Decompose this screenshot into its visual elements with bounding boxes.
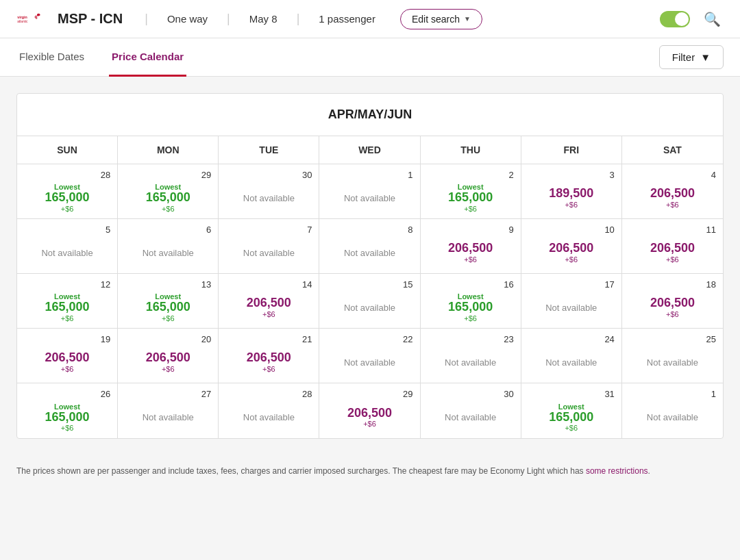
- price-tax: +$6: [262, 310, 275, 318]
- cell-content: Lowest165,000+$6: [428, 292, 514, 322]
- toggle-area: [660, 11, 690, 27]
- calendar-cell[interactable]: 29Lowest165,000+$6: [118, 164, 219, 219]
- footer-note-text: The prices shown are per passenger and i…: [16, 466, 586, 476]
- price-value: 206,500: [146, 351, 190, 365]
- price-value: 206,500: [549, 242, 593, 255]
- cell-content: 206,500+$6: [428, 238, 514, 268]
- calendar-cell[interactable]: 9206,500+$6: [421, 219, 521, 274]
- not-available-text: Not available: [24, 248, 110, 258]
- cell-date: 29: [403, 389, 412, 399]
- cell-content: Not available: [326, 183, 412, 213]
- travel-date: May 8: [241, 13, 286, 25]
- price-value: 165,000: [45, 301, 90, 314]
- calendar-cell: 7Not available: [219, 219, 319, 274]
- cell-date: 1: [408, 170, 412, 180]
- lowest-label: Lowest: [54, 403, 80, 411]
- tab-price-calendar[interactable]: Price Calendar: [109, 38, 186, 77]
- calendar-cell[interactable]: 10206,500+$6: [521, 219, 622, 274]
- calendar-cell[interactable]: 13Lowest165,000+$6: [118, 274, 219, 329]
- page-header: virgin atlantic MSP - ICN | One way | Ma…: [0, 0, 740, 38]
- cell-content: Not available: [326, 238, 412, 268]
- price-tax: +$6: [565, 255, 578, 264]
- price-tax: +$6: [363, 420, 376, 428]
- cell-content: 206,500+$6: [629, 183, 716, 213]
- not-available-text: Not available: [629, 357, 716, 368]
- calendar-cell[interactable]: 20206,500+$6: [118, 329, 219, 383]
- logo-area: virgin atlantic: [16, 7, 41, 31]
- cell-date: 30: [302, 170, 312, 180]
- filter-button[interactable]: Filter ▼: [659, 45, 724, 69]
- cell-date: 21: [302, 334, 312, 344]
- calendar-cell: 15Not available: [319, 274, 420, 329]
- calendar-cell[interactable]: 16Lowest165,000+$6: [421, 274, 521, 329]
- price-value: 189,500: [549, 187, 593, 201]
- calendar-cell[interactable]: 28Lowest165,000+$6: [17, 164, 118, 219]
- calendar-cell[interactable]: 12Lowest165,000+$6: [17, 274, 118, 329]
- tab-flexible-dates[interactable]: Flexible Dates: [16, 38, 87, 77]
- calendar-cell[interactable]: 29206,500+$6: [319, 383, 420, 438]
- price-value: 206,500: [347, 407, 392, 420]
- cell-date: 23: [504, 334, 513, 344]
- day-header-fri: FRI: [521, 136, 622, 164]
- cell-content: Not available: [629, 347, 716, 377]
- calendar-cell[interactable]: 4206,500+$6: [622, 164, 723, 219]
- toggle-switch[interactable]: [660, 11, 690, 27]
- price-tax: +$6: [61, 365, 74, 373]
- price-tax: +$6: [666, 310, 679, 318]
- price-tax: +$6: [61, 314, 74, 322]
- price-value: 206,500: [650, 187, 695, 201]
- cell-content: 206,500+$6: [125, 347, 211, 377]
- day-header-wed: WED: [319, 136, 420, 164]
- price-tax: +$6: [61, 205, 74, 213]
- cell-date: 9: [508, 225, 513, 235]
- calendar-cell: 30Not available: [421, 383, 521, 438]
- cell-date: 15: [403, 279, 412, 290]
- calendar-cell[interactable]: 26Lowest165,000+$6: [17, 383, 118, 438]
- calendar-cell: 6Not available: [118, 219, 219, 274]
- chevron-down-icon: ▼: [700, 51, 711, 63]
- calendar-cell[interactable]: 18206,500+$6: [622, 274, 723, 329]
- not-available-text: Not available: [528, 357, 615, 368]
- calendar-cell: 1Not available: [622, 383, 723, 438]
- price-tax: +$6: [666, 201, 679, 209]
- cell-content: Not available: [225, 402, 312, 433]
- price-tax: +$6: [464, 255, 477, 264]
- not-available-text: Not available: [326, 303, 412, 313]
- cell-content: Not available: [528, 347, 615, 377]
- calendar-cell[interactable]: 14206,500+$6: [219, 274, 319, 329]
- calendar-box: APR/MAY/JUN SUN MON TUE WED THU FRI SAT …: [16, 93, 724, 439]
- calendar-cell[interactable]: 11206,500+$6: [622, 219, 723, 274]
- cell-date: 6: [206, 225, 211, 235]
- cell-content: Lowest165,000+$6: [125, 183, 211, 213]
- price-tax: +$6: [162, 205, 175, 213]
- cell-content: 189,500+$6: [528, 183, 615, 213]
- cell-content: Lowest165,000+$6: [24, 292, 110, 322]
- not-available-text: Not available: [528, 303, 615, 313]
- price-value: 165,000: [146, 191, 190, 205]
- edit-search-button[interactable]: Edit search ▼: [400, 9, 482, 29]
- calendar-cell[interactable]: 2Lowest165,000+$6: [421, 164, 521, 219]
- footer-note-end: .: [648, 466, 650, 476]
- cell-date: 5: [106, 225, 110, 235]
- day-header-mon: MON: [118, 136, 219, 164]
- cell-content: 206,500+$6: [629, 238, 716, 268]
- calendar-cell[interactable]: 19206,500+$6: [17, 329, 118, 383]
- search-button[interactable]: 🔍: [701, 8, 724, 30]
- trip-type: One way: [159, 13, 216, 25]
- calendar-cell: 25Not available: [622, 329, 723, 383]
- day-header-tue: TUE: [219, 136, 319, 164]
- calendar-cell[interactable]: 3189,500+$6: [521, 164, 622, 219]
- price-tax: +$6: [565, 424, 578, 432]
- not-available-text: Not available: [326, 248, 412, 258]
- calendar-cell[interactable]: 21206,500+$6: [219, 329, 319, 383]
- cell-content: Not available: [326, 347, 412, 377]
- price-calendar-label: Price Calendar: [112, 51, 184, 62]
- some-restrictions-link[interactable]: some restrictions: [586, 466, 648, 476]
- virgin-atlantic-logo: virgin atlantic: [16, 7, 41, 31]
- not-available-text: Not available: [428, 357, 514, 368]
- cell-content: Lowest165,000+$6: [24, 183, 110, 213]
- price-value: 206,500: [247, 296, 291, 310]
- cell-date: 24: [604, 334, 614, 344]
- price-value: 206,500: [650, 296, 695, 310]
- calendar-cell[interactable]: 31Lowest165,000+$6: [521, 383, 622, 438]
